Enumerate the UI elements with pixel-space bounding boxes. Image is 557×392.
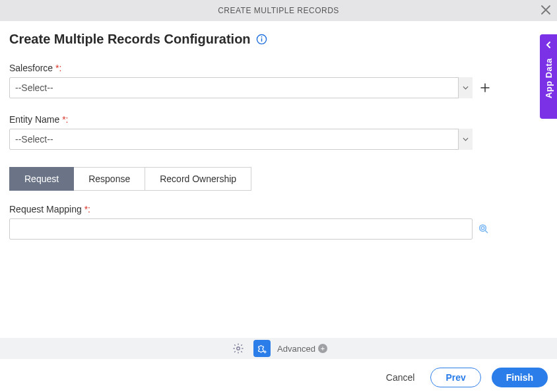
chevron-left-icon	[545, 40, 552, 50]
dialog-header: CREATE MULTIPLE RECORDS	[0, 0, 557, 21]
salesforce-field: Salesforce *:	[9, 63, 548, 98]
page-title-text: Create Multiple Records Configuration	[9, 32, 251, 47]
entity-label-text: Entity Name	[9, 114, 59, 125]
advanced-label-text: Advanced	[277, 344, 315, 354]
tab-request[interactable]: Request	[9, 167, 74, 191]
entity-select-input[interactable]	[9, 129, 473, 150]
bottom-toolbar: Advanced +	[0, 338, 557, 359]
entity-field: Entity Name *:	[9, 114, 548, 150]
svg-point-5	[481, 226, 484, 230]
required-marker: *:	[84, 204, 90, 214]
salesforce-label-text: Salesforce	[9, 63, 53, 73]
required-marker: *:	[62, 114, 68, 125]
tab-response[interactable]: Response	[74, 167, 145, 191]
request-mapping-label-text: Request Mapping	[9, 204, 82, 214]
dialog-title: CREATE MULTIPLE RECORDS	[218, 6, 339, 15]
puzzle-icon[interactable]	[253, 340, 271, 357]
request-mapping-label: Request Mapping *:	[9, 204, 548, 214]
chevron-down-icon[interactable]	[458, 77, 473, 98]
info-icon[interactable]	[256, 34, 267, 45]
required-marker: *:	[55, 63, 61, 73]
lookup-icon[interactable]	[478, 223, 490, 235]
svg-point-3	[480, 225, 486, 232]
tab-record-ownership[interactable]: Record Ownership	[145, 167, 251, 191]
close-icon[interactable]	[541, 5, 550, 16]
dialog-footer: Cancel Prev Finish	[0, 364, 557, 391]
gear-icon[interactable]	[230, 340, 247, 357]
request-mapping-input[interactable]	[9, 218, 473, 240]
advanced-toggle[interactable]: Advanced +	[277, 344, 327, 354]
chevron-down-icon[interactable]	[458, 129, 473, 150]
svg-point-2	[261, 36, 262, 38]
add-salesforce-button[interactable]	[479, 82, 491, 94]
request-mapping-field: Request Mapping *:	[9, 204, 548, 240]
page-title: Create Multiple Records Configuration	[9, 32, 548, 47]
svg-line-4	[485, 230, 488, 233]
tabs: Request Response Record Ownership	[9, 167, 548, 191]
entity-label: Entity Name *:	[9, 114, 548, 125]
app-data-panel-toggle[interactable]: App Data	[540, 34, 557, 119]
dialog-body: Create Multiple Records Configuration Sa…	[0, 21, 557, 240]
salesforce-select[interactable]	[9, 77, 473, 98]
svg-point-6	[237, 347, 240, 350]
finish-button[interactable]: Finish	[492, 368, 548, 387]
prev-button[interactable]: Prev	[430, 368, 480, 387]
plus-circle-icon: +	[318, 344, 327, 353]
app-data-label: App Data	[544, 58, 554, 98]
cancel-button[interactable]: Cancel	[381, 368, 420, 387]
salesforce-label: Salesforce *:	[9, 63, 548, 73]
salesforce-select-input[interactable]	[9, 77, 473, 98]
entity-select[interactable]	[9, 129, 473, 150]
